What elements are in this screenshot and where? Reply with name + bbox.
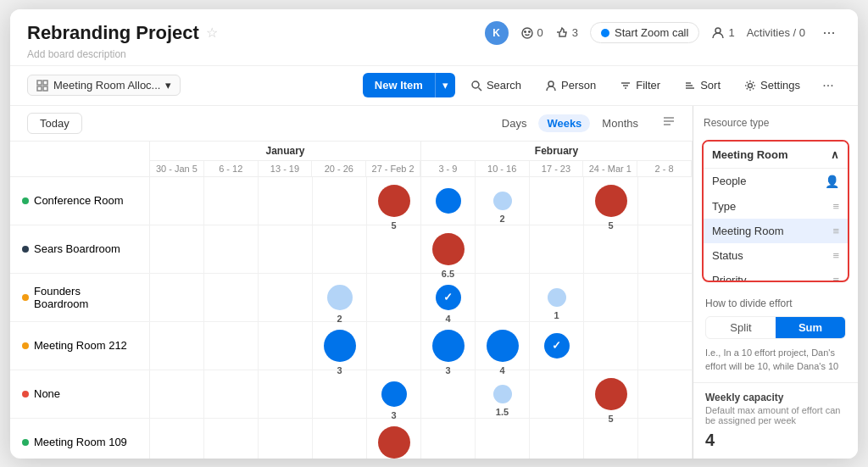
gantt-lines-icon[interactable] [662,114,676,131]
bubble[interactable]: 6.5 [432,233,465,265]
star-icon[interactable]: ☆ [206,25,218,41]
zoom-call-button[interactable]: Start Zoom call [590,22,699,43]
split-button[interactable]: Split [706,317,776,338]
bubble-check[interactable]: ✓4 [436,285,461,310]
bubble[interactable]: 2 [493,192,512,210]
row-label-sears: Sears Boardroom [10,225,150,273]
week-feb-4: 24 - Mar 1 [583,161,637,176]
bubble[interactable]: 3 [432,330,465,362]
resource-dropdown[interactable]: Meeting Room ∧ [704,142,848,169]
activities-action[interactable]: Activities / 0 [747,26,805,39]
week-slot [530,370,584,418]
bubble[interactable]: 4 [487,330,519,362]
week-slot [476,274,530,321]
week-slot [204,419,259,459]
week-slot: 1 [530,274,584,321]
week-slot [259,370,313,418]
bubble[interactable]: 3 [324,330,356,362]
week-slot [150,177,204,225]
bubble[interactable]: 5 [378,426,410,459]
bubble[interactable]: 1 [548,288,566,307]
bubble[interactable]: 3 [381,381,407,407]
project-subtitle: Add board description [27,48,841,60]
capacity-value[interactable]: 4 [705,431,846,450]
bubble[interactable]: 5 [378,185,410,217]
resource-item-priority[interactable]: Priority ≡ [704,268,848,282]
week-slot [638,370,693,418]
sort-button[interactable]: Sort [676,75,729,96]
search-label: Search [487,79,521,92]
resource-item-type[interactable]: Type ≡ [704,194,848,219]
row-label-mr212: Meeting Room 212 [10,322,150,370]
week-slot [150,225,204,273]
tab-months[interactable]: Months [593,114,647,132]
row-dot [22,294,29,301]
week-slot [584,322,638,370]
sum-button[interactable]: Sum [776,317,845,338]
thumbs-action[interactable]: 3 [555,26,578,40]
resource-item-label: Status [712,249,743,262]
resource-item-label: People [712,175,746,187]
resource-item-meeting-room[interactable]: Meeting Room ≡ [704,219,848,243]
new-item-dropdown-button[interactable]: ▾ [435,73,455,97]
row-dot [22,342,29,349]
toolbar-more-button[interactable]: ··· [815,73,841,98]
split-sum-toggle: Split Sum [705,316,846,339]
new-item-group: New Item ▾ [363,73,455,97]
tab-weeks[interactable]: Weeks [538,114,590,132]
reactions-action[interactable]: 0 [520,26,543,40]
bubble[interactable]: 2 [327,285,353,310]
row-cells: 3 3 4 ✓ [150,322,693,370]
week-slot: 3 [421,322,476,370]
bubble[interactable]: 5 [595,185,627,217]
lines-icon: ≡ [832,200,839,213]
titlebar: Rebranding Project ☆ K 0 3 Start Zoom ca… [10,9,858,66]
calendar-header: January 30 - Jan 5 6 - 12 13 - 19 20 - 2… [10,142,693,177]
week-slot: 1.5 [476,370,530,418]
week-slot: 6.5 [421,225,476,273]
resource-item-status[interactable]: Status ≡ [704,243,848,268]
week-slot [204,370,259,418]
lines-icon: ≡ [832,225,839,237]
resource-item-people[interactable]: People 👤 [704,169,848,194]
person-button[interactable]: Person [537,75,604,96]
bubble[interactable] [436,188,461,214]
row-label-header [10,142,150,176]
person-icon: 👤 [825,175,839,188]
week-feb-5: 2 - 8 [637,161,692,176]
resource-type-label-area: Resource type [693,106,858,133]
settings-button[interactable]: Settings [736,75,809,96]
tab-days[interactable]: Days [493,114,536,132]
board-view-selector[interactable]: Meeting Room Alloc... ▾ [27,75,181,96]
week-slot [530,177,584,225]
search-button[interactable]: Search [462,75,530,96]
bubble[interactable]: 1.5 [493,385,512,403]
week-slot [638,274,693,321]
week-jan-1: 30 - Jan 5 [150,161,204,176]
toolbar: Meeting Room Alloc... ▾ New Item ▾ Searc… [10,66,858,106]
board-view-label: Meeting Room Alloc... [53,79,160,92]
today-button[interactable]: Today [27,113,82,134]
table-row: Meeting Room 212 3 3 [10,322,693,370]
svg-line-9 [478,87,481,91]
header-more-button[interactable]: ··· [817,21,841,45]
row-cells: 5 2 5 [150,177,693,225]
right-panel: Resource type Meeting Room ∧ People 👤 Ty… [693,106,858,459]
row-name: Conference Room [34,194,124,207]
bubble[interactable]: 5 [595,378,627,410]
divide-description: I.e., In a 10 effort project, Dan's effo… [705,346,846,374]
new-item-button[interactable]: New Item [363,73,435,97]
svg-rect-6 [37,86,42,91]
weekly-cap-subtitle: Default max amount of effort can be assi… [705,405,846,425]
row-label-none: None [10,370,150,418]
table-row: Conference Room 5 [10,177,693,225]
week-slot [259,177,313,225]
people-action[interactable]: 1 [711,26,734,40]
svg-point-0 [522,28,532,38]
week-feb-3: 17 - 23 [530,161,584,176]
reactions-count: 0 [537,26,543,39]
week-jan-2: 6 - 12 [204,161,259,176]
bubble-check[interactable]: ✓ [544,333,570,359]
week-slot [367,225,421,273]
filter-button[interactable]: Filter [611,75,669,96]
